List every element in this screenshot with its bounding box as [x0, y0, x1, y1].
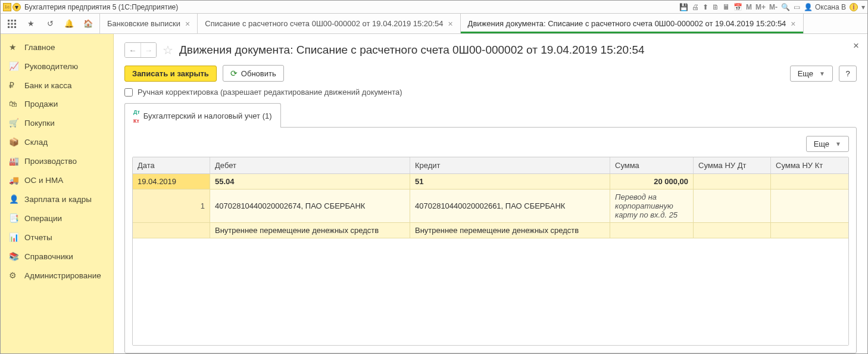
sidebar-item-manager[interactable]: 📈Руководителю: [1, 57, 113, 76]
caret-down-icon: ▼: [819, 70, 825, 77]
notifications-icon[interactable]: 🔔: [60, 15, 78, 33]
favorite-icon[interactable]: ★: [22, 15, 40, 33]
nav-buttons: ← →: [124, 42, 157, 58]
sidebar-item-admin[interactable]: ⚙Администрирование: [1, 266, 113, 285]
export-icon[interactable]: ⬆: [702, 3, 708, 11]
table-row[interactable]: 19.04.2019 55.04 51 20 000,00: [133, 174, 848, 190]
tab-label: Движения документа: Списание с расчетног…: [468, 19, 786, 28]
cell-empty: [610, 223, 694, 238]
dropdown-app-icon[interactable]: ▾: [13, 3, 21, 11]
cell-sum: 20 000,00: [654, 177, 688, 186]
person-icon: 👤: [9, 194, 18, 204]
box-icon: 📦: [9, 137, 18, 147]
sidebar-item-operations[interactable]: 📑Операции: [1, 209, 113, 228]
tab-postings[interactable]: Движения документа: Списание с расчетног…: [461, 14, 804, 33]
table-row[interactable]: 1 40702810440020002674, ПАО СБЕРБАНК 407…: [133, 190, 848, 223]
back-button[interactable]: ←: [125, 43, 140, 57]
close-icon[interactable]: ×: [791, 20, 795, 28]
close-icon[interactable]: ×: [185, 20, 190, 28]
cell-date: 19.04.2019: [133, 174, 210, 190]
tab-strip: Банковские выписки × Списание с расчетно…: [100, 14, 867, 33]
more-button[interactable]: Еще▼: [790, 66, 833, 82]
cell-debit-acc: 55.04: [215, 177, 235, 186]
tab-label: Банковские выписки: [107, 19, 180, 28]
minimize-icon[interactable]: ▾: [861, 3, 865, 11]
tab-write-off[interactable]: Списание с расчетного счета 0Ш00-000002 …: [198, 14, 460, 33]
tab-accounting-label: Бухгалтерский и налоговый учет (1): [143, 111, 272, 120]
sidebar-item-sales[interactable]: 🛍Продажи: [1, 95, 113, 113]
tab-bank-statements[interactable]: Банковские выписки ×: [100, 14, 198, 33]
col-nukt[interactable]: Сумма НУ Кт: [771, 157, 848, 173]
manual-edit-label: Ручная корректировка (разрешает редактир…: [138, 88, 402, 97]
sidebar-item-main[interactable]: ★Главное: [1, 38, 113, 57]
svg-rect-3: [8, 23, 10, 24]
sidebar-item-purchases[interactable]: 🛒Покупки: [1, 113, 113, 132]
calendar-icon[interactable]: 📅: [733, 3, 742, 11]
tab-label: Списание с расчетного счета 0Ш00-000002 …: [205, 19, 443, 28]
manual-edit-checkbox[interactable]: [124, 88, 133, 97]
m-minus-icon[interactable]: M-: [769, 3, 778, 11]
cell-debit-note: Внутреннее перемещение денежных средств: [210, 223, 410, 238]
page-title: Движения документа: Списание с расчетног…: [179, 44, 645, 57]
col-credit[interactable]: Кредит: [410, 157, 610, 173]
refresh-button[interactable]: ⟳ Обновить: [223, 65, 284, 82]
col-date[interactable]: Дата: [133, 157, 210, 173]
close-icon[interactable]: ×: [448, 20, 452, 28]
sidebar-item-label: Администрирование: [24, 271, 101, 280]
sidebar-item-label: Продажи: [24, 100, 58, 108]
bars-icon: 📊: [9, 232, 18, 242]
col-debit[interactable]: Дебет: [210, 157, 410, 173]
preview-icon[interactable]: 🗎: [712, 3, 719, 11]
save-icon[interactable]: 💾: [679, 3, 688, 11]
table-row[interactable]: Внутреннее перемещение денежных средств …: [133, 223, 848, 238]
more-label: Еще: [798, 69, 813, 78]
sidebar-item-assets[interactable]: 🚚ОС и НМА: [1, 170, 113, 190]
apps-icon[interactable]: [3, 15, 21, 33]
sidebar-item-label: ОС и НМА: [24, 176, 63, 185]
sidebar-item-label: Покупки: [24, 119, 55, 128]
gear-icon: ⚙: [9, 271, 18, 280]
print-icon[interactable]: 🖨: [692, 3, 699, 11]
col-sum[interactable]: Сумма: [610, 157, 694, 173]
sidebar-item-directories[interactable]: 📚Справочники: [1, 247, 113, 266]
calc-icon[interactable]: 🖩: [723, 3, 730, 11]
info-icon[interactable]: i: [850, 3, 858, 11]
history-icon[interactable]: ↺: [41, 15, 59, 33]
tab-accounting[interactable]: ДтКт Бухгалтерский и налоговый учет (1): [124, 103, 281, 128]
m-plus-icon[interactable]: M+: [755, 3, 766, 11]
col-nudt[interactable]: Сумма НУ Дт: [694, 157, 771, 173]
page-close-icon[interactable]: ×: [853, 40, 859, 52]
panel: Еще▼ Дата Дебет Кредит Сумма Сумма НУ Дт…: [124, 127, 857, 353]
quickbar: ★ ↺ 🔔 🏠: [1, 14, 100, 33]
grid-more-button[interactable]: Еще▼: [806, 136, 849, 152]
m-icon[interactable]: M: [746, 3, 752, 11]
truck-icon: 🚚: [9, 175, 18, 185]
chart-icon: 📈: [9, 61, 18, 71]
refresh-label: Обновить: [241, 69, 276, 78]
sidebar-item-label: Производство: [24, 157, 77, 166]
sidebar-item-label: Операции: [24, 214, 62, 223]
favorite-toggle-icon[interactable]: ☆: [163, 43, 173, 57]
save-close-button[interactable]: Записать и закрыть: [124, 66, 217, 82]
grid-body: 19.04.2019 55.04 51 20 000,00 1 40702810…: [133, 174, 848, 345]
help-button[interactable]: ?: [839, 66, 857, 82]
sidebar-item-production[interactable]: 🏭Производство: [1, 151, 113, 170]
cell-nukt: [771, 190, 848, 223]
windows-icon[interactable]: ▭: [794, 3, 800, 11]
forward-button[interactable]: →: [140, 43, 156, 57]
sidebar-item-bank[interactable]: ₽Банк и касса: [1, 76, 113, 95]
ledger-icon: 📑: [9, 213, 18, 223]
user-menu[interactable]: 👤 Оксана В: [804, 3, 846, 11]
zoom-icon[interactable]: 🔍: [781, 3, 790, 11]
user-name: Оксана В: [815, 3, 846, 11]
svg-rect-6: [8, 26, 10, 27]
cell-credit-note: Внутреннее перемещение денежных средств: [410, 223, 610, 238]
cell-credit-acc: 51: [415, 177, 423, 186]
sidebar-item-stock[interactable]: 📦Склад: [1, 132, 113, 151]
caret-down-icon: ▼: [835, 141, 841, 147]
sidebar-item-label: Руководителю: [24, 62, 78, 71]
home-icon[interactable]: 🏠: [79, 15, 97, 33]
sidebar-item-reports[interactable]: 📊Отчеты: [1, 228, 113, 247]
titlebar: 1c ▾ Бухгалтерия предприятия 5 (1С:Предп…: [1, 1, 867, 14]
sidebar-item-hr[interactable]: 👤Зарплата и кадры: [1, 190, 113, 209]
